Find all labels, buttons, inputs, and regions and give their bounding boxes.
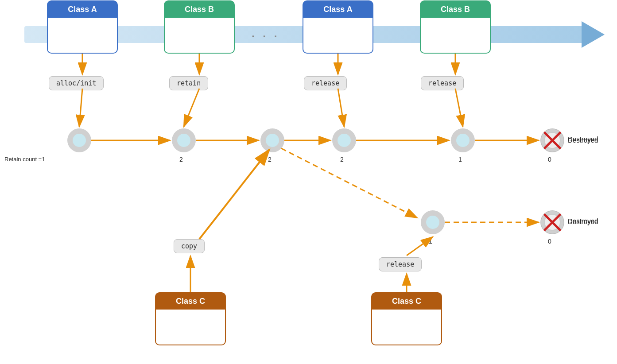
rc-circle-1 <box>67 128 91 152</box>
destroyed-text-2: Destroyed <box>568 218 598 225</box>
class-a-box-2: Class A <box>303 0 373 54</box>
count-label-7: 1 <box>429 238 432 245</box>
rc-circle-7 <box>421 210 445 234</box>
svg-line-15 <box>338 89 344 127</box>
rc-circle-2 <box>172 128 196 152</box>
svg-line-17 <box>455 89 463 127</box>
class-a-2-header: Class A <box>303 1 373 18</box>
svg-line-11 <box>79 89 82 127</box>
destroyed-text-1: Destroyed <box>568 136 598 144</box>
count-label-5: 1 <box>458 156 462 163</box>
class-b-box-2: Class B <box>420 0 491 54</box>
class-b-2-body <box>421 18 490 53</box>
diagram: · · · Class A Class B Class A Class B Cl… <box>0 0 617 364</box>
op-release-2: release <box>421 76 464 90</box>
class-c-box-1: Class C <box>155 292 226 345</box>
count-label-6: 0 <box>548 156 551 163</box>
class-a-box-1: Class A <box>47 0 118 54</box>
class-c-box-2: Class C <box>371 292 442 345</box>
count-label-4: 2 <box>340 156 344 163</box>
arrows-svg <box>0 0 617 364</box>
op-release-1: release <box>304 76 347 90</box>
rc-circle-4 <box>332 128 356 152</box>
timeline-dots: · · · <box>252 30 279 43</box>
op-release-3: release <box>379 257 422 271</box>
class-c-1-header: Class C <box>156 293 225 310</box>
class-c-2-header: Class C <box>372 293 441 310</box>
rc-circle-5 <box>451 128 475 152</box>
svg-line-25 <box>281 148 417 218</box>
class-b-2-header: Class B <box>421 1 490 18</box>
svg-line-13 <box>184 89 199 127</box>
count-label-3: 2 <box>268 156 272 163</box>
op-copy: copy <box>174 239 205 253</box>
op-alloc-init: alloc/init <box>49 76 104 90</box>
rc-circle-8-destroyed <box>540 210 564 234</box>
class-c-2-body <box>372 310 441 345</box>
rc-circle-6-destroyed <box>540 128 564 152</box>
count-label-8: 0 <box>548 238 551 245</box>
count-label-1: Retain count =1 <box>4 156 45 163</box>
class-a-1-header: Class A <box>48 1 117 18</box>
class-b-1-header: Class B <box>165 1 234 18</box>
class-c-1-body <box>156 310 225 345</box>
class-b-box-1: Class B <box>164 0 235 54</box>
rc-circle-3 <box>260 128 284 152</box>
class-a-2-body <box>303 18 373 53</box>
op-retain: retain <box>169 76 208 90</box>
count-label-2: 2 <box>179 156 183 163</box>
class-a-1-body <box>48 18 117 53</box>
class-b-1-body <box>165 18 234 53</box>
svg-line-24 <box>199 150 269 239</box>
